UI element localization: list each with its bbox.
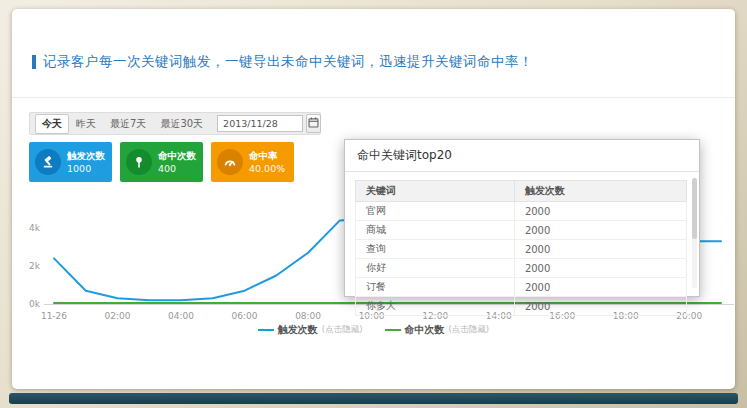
gavel-icon	[35, 149, 61, 175]
tab-last-30-days[interactable]: 最近30天	[153, 114, 210, 134]
x-axis-label: 11-26	[41, 311, 67, 321]
tab-yesterday[interactable]: 昨天	[69, 114, 103, 134]
keywords-table: 关键词 触发次数 官网 2000 商城 2000 查询 2000 你	[355, 180, 687, 316]
stat-label: 命中率	[249, 149, 285, 162]
top-keywords-popup: 命中关键词top20 关键词 触发次数 官网 2000 商城 2000 查询	[344, 139, 700, 297]
tab-last-7-days[interactable]: 最近7天	[103, 114, 153, 134]
x-axis-label: 06:00	[232, 311, 258, 321]
date-input[interactable]	[217, 115, 303, 132]
table-header-row: 关键词 触发次数	[356, 181, 687, 202]
x-axis-label: 02:00	[105, 311, 131, 321]
popup-title: 命中关键词top20	[345, 140, 699, 172]
keyword-cell: 你多大	[356, 297, 515, 316]
keyword-cell: 官网	[356, 202, 515, 221]
keyword-cell: 订餐	[356, 278, 515, 297]
calendar-icon	[307, 116, 320, 132]
scrollbar-thumb[interactable]	[692, 178, 697, 239]
count-cell: 2000	[514, 297, 686, 316]
legend-swatch-hits	[385, 329, 401, 331]
count-cell: 2000	[514, 259, 686, 278]
x-axis-label: 08:00	[295, 311, 321, 321]
table-row: 订餐 2000	[356, 278, 687, 297]
gauge-icon	[217, 149, 243, 175]
column-header-count: 触发次数	[514, 181, 686, 202]
stat-text: 触发次数 1000	[67, 149, 105, 175]
stat-card-triggers: 触发次数 1000	[29, 142, 112, 182]
count-cell: 2000	[514, 278, 686, 297]
stat-text: 命中次数 400	[158, 149, 196, 175]
stat-label: 命中次数	[158, 149, 196, 162]
table-row: 商城 2000	[356, 221, 687, 240]
stat-value: 400	[158, 162, 196, 175]
count-cell: 2000	[514, 202, 686, 221]
pin-icon	[126, 149, 152, 175]
header-divider	[12, 97, 735, 98]
calendar-button[interactable]	[306, 114, 321, 133]
stat-value: 1000	[67, 162, 105, 175]
keyword-cell: 你好	[356, 259, 515, 278]
stat-cards: 触发次数 1000 命中次数 400 命中率 40.00%	[29, 142, 294, 182]
y-axis-tick: 0k	[16, 299, 40, 309]
column-header-keyword: 关键词	[356, 181, 515, 202]
table-row: 你好 2000	[356, 259, 687, 278]
dashboard-card: 记录客户每一次关键词触发，一键导出未命中关键词，迅速提升关键词命中率！ 今天 昨…	[12, 9, 735, 389]
page-title: 记录客户每一次关键词触发，一键导出未命中关键词，迅速提升关键词命中率！	[32, 53, 533, 71]
legend-hide-hint: (点击隐藏)	[449, 324, 490, 336]
table-row: 你多大 2000	[356, 297, 687, 316]
table-row: 官网 2000	[356, 202, 687, 221]
keyword-cell: 查询	[356, 240, 515, 259]
keyword-cell: 商城	[356, 221, 515, 240]
count-cell: 2000	[514, 240, 686, 259]
legend-hide-hint: (点击隐藏)	[322, 324, 363, 336]
slide-bottom-bar	[9, 393, 738, 404]
x-axis-label: 04:00	[168, 311, 194, 321]
y-axis-tick: 4k	[16, 223, 40, 233]
date-range-toolbar: 今天 昨天 最近7天 最近30天	[29, 112, 321, 135]
count-cell: 2000	[514, 221, 686, 240]
stat-text: 命中率 40.00%	[249, 149, 285, 175]
tab-today[interactable]: 今天	[35, 114, 69, 134]
stat-label: 触发次数	[67, 149, 105, 162]
legend-label: 触发次数	[278, 323, 318, 337]
title-accent-bar	[32, 55, 36, 69]
stat-card-hits: 命中次数 400	[120, 142, 203, 182]
stat-card-hit-rate: 命中率 40.00%	[211, 142, 294, 182]
legend-item-triggers[interactable]: 触发次数 (点击隐藏)	[258, 323, 363, 337]
legend-label: 命中次数	[405, 323, 445, 337]
legend-item-hits[interactable]: 命中次数 (点击隐藏)	[385, 323, 490, 337]
stat-value: 40.00%	[249, 162, 285, 175]
chart-legend: 触发次数 (点击隐藏) 命中次数 (点击隐藏)	[12, 323, 735, 337]
page-title-text: 记录客户每一次关键词触发，一键导出未命中关键词，迅速提升关键词命中率！	[43, 53, 533, 71]
popup-scrollbar[interactable]	[692, 178, 697, 288]
y-axis-tick: 2k	[16, 261, 40, 271]
table-row: 查询 2000	[356, 240, 687, 259]
legend-swatch-triggers	[258, 329, 274, 331]
